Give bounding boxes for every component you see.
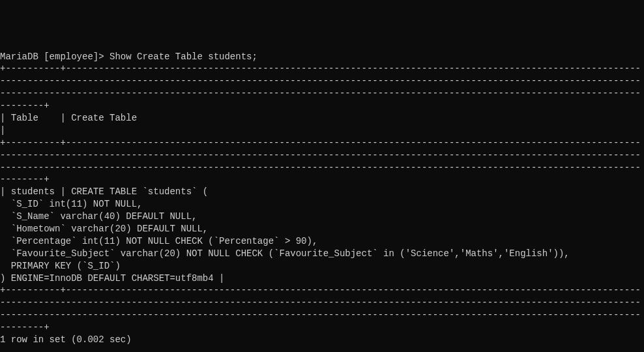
create-table-line6: `Favourite_Subject` varchar(20) NOT NULL…	[0, 248, 570, 259]
sql-command[interactable]: Show Create Table students;	[110, 51, 257, 62]
create-table-line5: `Percentage` int(11) NOT NULL CHECK (`Pe…	[0, 236, 317, 246]
create-table-line1: CREATE TABLE `students` (	[71, 186, 208, 197]
create-table-line4: `Hometown` varchar(20) DEFAULT NULL,	[0, 224, 208, 234]
table-header-row: | Table | Create Table	[0, 113, 644, 136]
create-table-line8: ) ENGINE=InnoDB DEFAULT CHARSET=utf8mb4 …	[0, 273, 224, 284]
terminal-output: MariaDB [employee]> Show Create Table st…	[0, 51, 644, 346]
create-table-line2: `S_ID` int(11) NOT NULL,	[0, 199, 142, 209]
create-table-line3: `S_Name` varchar(40) DEFAULT NULL,	[0, 211, 197, 222]
result-footer: 1 row in set (0.002 sec)	[0, 334, 132, 345]
create-table-line7: PRIMARY KEY (`S_ID`)	[0, 261, 121, 271]
table-border-mid: +----------+----------------------------…	[0, 138, 641, 185]
table-border-bottom: +----------+----------------------------…	[0, 285, 641, 332]
table-data-col1: | students |	[0, 186, 71, 197]
table-border-top: +----------+----------------------------…	[0, 63, 641, 111]
sql-prompt: MariaDB [employee]>	[0, 51, 110, 62]
